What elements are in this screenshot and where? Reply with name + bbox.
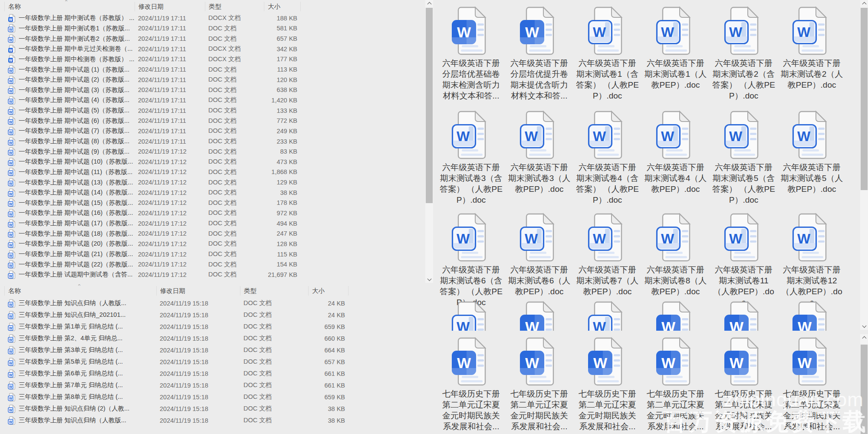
file-icon-item[interactable]: W 六年级英语下册分层培优基础卷期末检测含听力材料文本和答... (437, 6, 505, 101)
column-header-size[interactable]: 大小 (308, 286, 349, 296)
file-icon-item[interactable]: W (505, 301, 573, 331)
file-icon-item[interactable]: W 六年级英语下册分层培优提升卷期末提优含听力材料文本和答... (505, 6, 573, 101)
file-row[interactable]: W 一年级数学上册 期中试题 (3)（苏教版... 2024/11/19 17:… (0, 85, 435, 95)
scroll-down-icon[interactable] (862, 324, 866, 329)
file-icon-item[interactable]: W 六年级英语下册期末测试卷1（人教PEP）.doc (641, 6, 710, 101)
file-icon-item[interactable]: W 六年级英语下册期末测试卷6（含答案） （人教PEP）.doc (437, 213, 505, 308)
file-row[interactable]: W 三年级数学上册 知识点归纳（人教版... 2024/11/19 15:18 … (0, 297, 435, 309)
file-icon-item[interactable]: W (641, 301, 710, 331)
word-file-icon: W (8, 85, 16, 94)
file-row[interactable]: W 一年级数学上册 期中试题 (7)（苏教版... 2024/11/19 17:… (0, 126, 435, 136)
file-icon-item[interactable]: W 六年级英语下册期末测试卷6（人教PEP）.doc (505, 213, 573, 308)
file-icon-item[interactable]: W 六年级英语下册期末测试卷2（人教PEP）.doc (778, 6, 846, 101)
file-icon-item[interactable]: W 六年级英语下册期末测试卷4（人教PEP）.doc (641, 110, 710, 205)
file-row[interactable]: W 一年级数学上册 期中试题 (16)（苏教版... 2024/11/19 17… (0, 208, 435, 218)
file-row[interactable]: W 三年级数学上册 第8单元 归纳总结 (... 2024/11/19 15:1… (0, 391, 435, 403)
file-row[interactable]: W 一年级数学上册 期中试题 (2)（苏教版... 2024/11/19 17:… (0, 75, 435, 85)
file-row[interactable]: W 一年级数学上册 期中试题 (4)（苏教版... 2024/11/19 17:… (0, 95, 435, 105)
column-header-type[interactable]: 类型 (240, 286, 312, 296)
file-icon-item[interactable]: W (778, 301, 846, 331)
file-row[interactable]: W 一年级数学上册 期中检测卷（苏教版） ... 2024/11/19 17:1… (0, 54, 435, 65)
file-row[interactable]: W 三年级数学上册 第6单元 归纳总结 (... 2024/11/19 15:1… (0, 368, 435, 379)
file-row[interactable]: W 一年级数学上册 期中测试卷（苏教版） ... 2024/11/19 17:1… (0, 13, 435, 23)
file-row[interactable]: W 一年级数学上册 期中试题 (17)（苏教版... 2024/11/19 17… (0, 218, 435, 229)
file-row[interactable]: W 三年级数学上册 第7单元 归纳总结 (... 2024/11/19 15:1… (0, 379, 435, 391)
file-row[interactable]: W 一年级数学上册 期中试题 (10)（苏教版... 2024/11/19 17… (0, 157, 435, 167)
scrollbar-thumb[interactable] (861, 345, 868, 434)
file-icon-item[interactable]: W 七年级历史下册第二单元辽宋夏金元时期民族关系发展和社会... (710, 337, 778, 432)
file-icon-item[interactable]: W 六年级英语下册期末测试卷3（人教PEP）.doc (505, 110, 573, 205)
scroll-up-icon[interactable] (862, 335, 866, 340)
file-icon-item[interactable]: W 六年级英语下册期末测试卷5（含答案） （人教PEP）.doc (710, 110, 778, 205)
file-row[interactable]: W 三年级数学上册 第5单元 归纳总结 (... 2024/11/19 15:1… (0, 356, 435, 368)
file-icon-item[interactable]: W 六年级英语下册期末测试卷2（含答案） （人教PEP）.doc (710, 6, 778, 101)
file-row[interactable]: W 一年级数学上册 试题期中测试卷（含答... 2024/11/19 17:12… (0, 270, 435, 280)
scroll-up-icon[interactable] (862, 1, 866, 6)
file-row[interactable]: W 三年级数学上册 知识点归纳（人教版... 2024/11/19 15:18 … (0, 414, 435, 426)
file-row[interactable]: W 三年级数学上册 第2、4单元 归纳总... 2024/11/19 15:18… (0, 332, 435, 344)
file-icon-item[interactable]: W 七年级历史下册第二单元辽宋夏金元时期民族关系发展和社会... (505, 337, 573, 432)
scroll-down-icon[interactable] (427, 277, 431, 282)
file-icon-item[interactable]: W (710, 301, 778, 331)
scroll-up-icon[interactable] (427, 1, 431, 6)
file-row[interactable]: W 一年级数学上册 期中单元过关检测卷（... 2024/11/19 17:11… (0, 44, 435, 54)
file-row[interactable]: W 一年级数学上册 期中测试卷2（苏教版... 2024/11/19 17:11… (0, 33, 435, 44)
word-file-icon: W (8, 209, 16, 217)
file-icon-item[interactable]: W 六年级英语下册期末测试卷1（含答案） （人教PEP）.doc (573, 6, 641, 101)
file-row[interactable]: W 三年级数学上册 知识点归纳_202101... 2024/11/19 15:… (0, 309, 435, 321)
scrollbar-right-bottom-panel[interactable] (860, 334, 868, 434)
file-row[interactable]: W 一年级数学上册 期中试题 (1)（苏教版... 2024/11/19 17:… (0, 64, 435, 75)
file-row[interactable]: W 一年级数学上册 期中试题 (22)（苏教版... 2024/11/19 17… (0, 259, 435, 270)
file-row[interactable]: W 三年级数学上册 知识点归纳 (2)（人教... 2024/11/19 15:… (0, 403, 435, 414)
file-row[interactable]: W 一年级数学上册 期中试题 (6)（苏教版... 2024/11/19 17:… (0, 115, 435, 126)
scrollbar-right-top-panel[interactable] (860, 0, 868, 330)
file-row[interactable]: W 一年级数学上册 期中测试卷1（苏教版... 2024/11/19 17:11… (0, 23, 435, 34)
column-header-date[interactable]: 修改日期 (156, 286, 243, 296)
file-icon-item[interactable]: W 六年级英语下册期末测试卷5（人教PEP）.doc (778, 110, 846, 205)
file-type: DOC 文档 (243, 358, 312, 366)
scrollbar-thumb[interactable] (426, 8, 433, 203)
file-icon-item[interactable]: W 六年级英语下册期末测试卷8（人教PEP）.doc (641, 213, 710, 308)
word-document-icon: W (654, 337, 697, 387)
column-header-size[interactable]: 大小 (264, 2, 301, 11)
file-icon-item[interactable]: W 六年级英语下册期末测试卷12 （人教PEP）.doc (778, 213, 846, 308)
file-size: 133 KB (267, 107, 301, 114)
file-size: 247 KB (267, 230, 301, 237)
file-icon-item[interactable]: W 六年级英语下册期末测试卷11 （人教PEP）.doc (710, 213, 778, 308)
file-type: DOCX 文档 (208, 14, 267, 22)
file-row[interactable]: W 一年级数学上册 期中试题 (15)（苏教版... 2024/11/19 17… (0, 198, 435, 208)
file-size: 772 KB (267, 117, 301, 124)
file-row[interactable]: W 一年级数学上册 期中试题 (14)（苏教版... 2024/11/19 17… (0, 187, 435, 198)
svg-text:W: W (457, 355, 471, 371)
file-row[interactable]: W 一年级数学上册 期中试题 (11)（苏教版... 2024/11/19 17… (0, 167, 435, 178)
file-row[interactable]: W 三年级数学上册 第1单元 归纳总结 (... 2024/11/19 15:1… (0, 321, 435, 332)
column-header-name[interactable]: 名称 (4, 2, 138, 11)
svg-text:W: W (9, 89, 13, 93)
file-icon-item[interactable]: W 六年级英语下册期末测试卷3（含答案） （人教PEP）.doc (437, 110, 505, 205)
file-icon-item[interactable]: W (573, 301, 641, 331)
column-header-date[interactable]: 修改日期 (135, 2, 208, 11)
column-header-type[interactable]: 类型 (205, 2, 267, 11)
file-icon-item[interactable]: W 七年级历史下册第二单元辽宋夏金元时期民族关系发展和社会... (573, 337, 641, 432)
file-icon-item[interactable]: W 七年级历史下册第二单元辽宋夏金元时期民族关系发展和社会... (437, 337, 505, 432)
file-row[interactable]: W 一年级数学上册 期中试题 (5)（苏教版... 2024/11/19 17:… (0, 105, 435, 116)
scrollbar-left-panel[interactable] (425, 0, 433, 283)
file-row[interactable]: W 三年级数学上册 第3单元 归纳总结 (... 2024/11/19 15:1… (0, 344, 435, 356)
file-row[interactable]: W 一年级数学上册 期中试题 (21)（苏教版... 2024/11/19 17… (0, 249, 435, 260)
file-icon-item[interactable]: W 七年级历史下册第二单元辽宋夏金元时期民族关系发展和社会... (641, 337, 710, 432)
scrollbar-thumb[interactable] (861, 8, 868, 190)
file-row[interactable]: W 一年级数学上册 期中试题 (8)（苏教版... 2024/11/19 17:… (0, 136, 435, 147)
file-icon-item[interactable]: W 七年级历史下册第二单元辽宋夏金元时期民族关系发展和社会... (778, 337, 846, 432)
file-row[interactable]: W 一年级数学上册 期中试题 (20)（苏教版... 2024/11/19 17… (0, 239, 435, 249)
file-icon-item[interactable]: W (437, 301, 505, 331)
file-row[interactable]: W 一年级数学上册 期中试题 (18)（苏教版... 2024/11/19 17… (0, 228, 435, 239)
file-row[interactable]: W 一年级数学上册 期中试题 (9)（苏教版... 2024/11/19 17:… (0, 146, 435, 157)
column-header-name[interactable]: 名称 (4, 286, 160, 296)
file-icon-item[interactable]: W 六年级英语下册期末测试卷7（人教PEP）.doc (573, 213, 641, 308)
file-type: DOC 文档 (208, 219, 267, 227)
file-type: DOC 文档 (243, 299, 312, 307)
svg-text:W: W (9, 28, 13, 32)
file-name: W 三年级数学上册 第8单元 归纳总结 (... (8, 393, 160, 401)
file-row[interactable]: W 一年级数学上册 期中试题 (13)（苏教版... 2024/11/19 17… (0, 177, 435, 187)
file-icon-item[interactable]: W 六年级英语下册期末测试卷4（含答案） （人教PEP）.doc (573, 110, 641, 205)
